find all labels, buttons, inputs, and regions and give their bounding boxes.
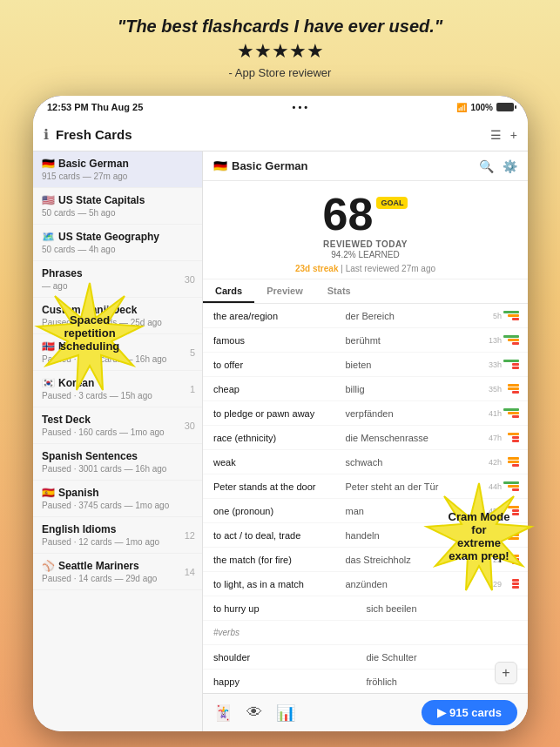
add-card-button[interactable]: + [495, 662, 517, 684]
flag-icon: 🗺️ [42, 231, 55, 243]
battery-icon [496, 103, 514, 111]
sidebar-item-sub: Paused · 160 cards — 1mo ago [42, 427, 193, 437]
status-right: 📶 100% [456, 103, 514, 112]
sidebar-item-title: English Idioms [42, 523, 193, 535]
svg-text:scheduling: scheduling [60, 340, 120, 353]
flag-icon: ⚾ [42, 560, 55, 572]
quote-text: "The best flashcards I have ever used." [26, 16, 534, 37]
deck-title-right: 🇩🇪 Basic German [213, 159, 307, 172]
starburst-spaced-repetition: Spaced repetition scheduling [33, 279, 146, 392]
sidebar-item-name: English Idioms [42, 523, 116, 535]
sidebar-item-title: 🗺️US State Geography [42, 231, 193, 243]
nav-bar: ℹ Fresh Cards ☰ + [33, 118, 528, 151]
word-row: to pledge or pawn awayverpfänden41h [203, 401, 528, 426]
sidebar-item-number: 5 [190, 347, 195, 358]
bottom-toolbar: 🃏 👁 📊 ▶ 915 cards [203, 693, 528, 731]
svg-text:exam prep!: exam prep! [449, 549, 509, 562]
word-english: #verbs [213, 628, 367, 637]
streak-num: 23d streak [295, 264, 338, 273]
sidebar-item-sub: 50 cards — 4h ago [42, 245, 193, 254]
svg-text:repetition: repetition [64, 326, 115, 340]
word-german: sich beeilen [367, 603, 520, 614]
sidebar-item[interactable]: Spanish SentencesPaused · 3001 cards — 1… [33, 444, 202, 481]
cards-icon[interactable]: 🃏 [213, 703, 233, 723]
word-english: weak [213, 457, 346, 468]
word-english: Peter stands at the door [213, 481, 346, 492]
word-german: billig [346, 384, 478, 394]
sidebar-item-sub: Paused · 14 cards — 29d ago [42, 574, 193, 583]
sidebar-item[interactable]: ⚾Seattle MarinersPaused · 14 cards — 29d… [33, 554, 202, 590]
sidebar-item-title: Test Deck [42, 414, 193, 426]
sidebar-item[interactable]: 🇩🇪Basic German915 cards — 27m ago [33, 151, 202, 188]
word-german: bieten [346, 360, 478, 370]
deck-flag: 🇩🇪 [213, 159, 227, 172]
add-icon[interactable]: + [510, 128, 517, 142]
status-dots: • • • [293, 102, 308, 112]
word-bars [502, 335, 519, 345]
word-german: die Menschenrasse [346, 433, 478, 443]
sidebar-item[interactable]: 🗺️US State Geography50 cards — 4h ago [33, 225, 202, 261]
preview-icon[interactable]: 👁 [246, 703, 262, 723]
flag-icon: 🇪🇸 [42, 487, 55, 499]
nav-icons: ☰ + [490, 128, 517, 142]
sidebar-item-sub: Paused · 3 cards — 15h ago [42, 391, 193, 400]
list-icon[interactable]: ☰ [490, 128, 502, 142]
sidebar-item-title: Spanish Sentences [42, 450, 193, 462]
tab-cards[interactable]: Cards [203, 279, 254, 303]
info-icon[interactable]: ℹ [44, 126, 49, 143]
sidebar-item-sub: 50 cards — 5h ago [42, 208, 193, 218]
word-bars [502, 408, 519, 418]
right-top-bar: 🇩🇪 Basic German 🔍 ⚙️ [203, 151, 528, 181]
word-row: race (ethnicity)die Menschenrasse47h [203, 426, 528, 450]
gear-icon[interactable]: ⚙️ [503, 159, 517, 173]
nav-title: Fresh Cards [56, 127, 483, 142]
sidebar-item-number: 1 [190, 384, 195, 394]
svg-text:Spaced: Spaced [70, 313, 110, 326]
word-english: to hurry up [213, 603, 367, 614]
starburst-cram-mode: Cram Mode for extreme exam prep! [422, 479, 536, 592]
sidebar-item[interactable]: 🇪🇸SpanishPaused · 3745 cards — 1mo ago [33, 481, 202, 517]
tab-stats[interactable]: Stats [315, 279, 363, 303]
sidebar-item-sub: Paused · 12 cards — 1mo ago [42, 537, 193, 547]
word-english: the match (for fire) [213, 555, 346, 565]
sidebar-item-number: 30 [185, 421, 195, 431]
sidebar-item-name: Phrases [42, 267, 83, 279]
word-bars [502, 433, 519, 442]
word-num: 47h [477, 434, 502, 442]
stats-chart-icon[interactable]: 📊 [276, 703, 295, 723]
goal-badge: GOAL [376, 197, 408, 209]
word-row: the area/regionder Bereich5h [203, 304, 528, 328]
learned-label: 94.2% LEARNED [203, 250, 528, 259]
sidebar-item-title: 🇪🇸Spanish [42, 487, 193, 499]
flag-icon: 🇩🇪 [42, 158, 55, 170]
reviewed-number: 68 [323, 192, 374, 237]
word-row: to hurry upsich beeilen [203, 596, 528, 621]
sidebar-item[interactable]: Test DeckPaused · 160 cards — 1mo ago30 [33, 407, 202, 444]
sidebar-item-name: Spanish [58, 487, 99, 499]
tab-preview[interactable]: Preview [254, 279, 315, 303]
sidebar-item-number: 14 [185, 567, 195, 577]
word-english: to light, as in a match [213, 579, 346, 589]
word-english: to pledge or pawn away [213, 408, 346, 419]
word-bars [502, 457, 519, 467]
word-english: happy [213, 676, 367, 687]
stats-area: 68 GOAL REVIEWED TODAY 94.2% LEARNED 23d… [203, 181, 528, 279]
sidebar-item-name: Basic German [58, 158, 129, 170]
word-num: 41h [477, 409, 502, 418]
word-num: 13h [477, 336, 502, 345]
sidebar-item-name: Test Deck [42, 414, 91, 426]
sidebar-item[interactable]: 🇺🇸US State Capitals50 cards — 5h ago [33, 188, 202, 225]
sidebar-item[interactable]: English IdiomsPaused · 12 cards — 1mo ag… [33, 517, 202, 554]
word-german: berühmt [346, 335, 478, 346]
word-bars [502, 384, 519, 394]
search-icon[interactable]: 🔍 [479, 159, 494, 173]
word-bars [502, 360, 519, 369]
play-button[interactable]: ▶ 915 cards [422, 700, 517, 725]
word-num: 35h [477, 385, 502, 394]
sidebar: 🇩🇪Basic German915 cards — 27m ago🇺🇸US St… [33, 151, 203, 731]
last-reviewed-text: Last reviewed 27m ago [346, 264, 435, 273]
big-number-container: 68 GOAL [203, 192, 528, 237]
deck-name: Basic German [232, 159, 307, 172]
sidebar-item-title: 🇺🇸US State Capitals [42, 194, 193, 206]
flag-icon: 🇺🇸 [42, 194, 55, 206]
